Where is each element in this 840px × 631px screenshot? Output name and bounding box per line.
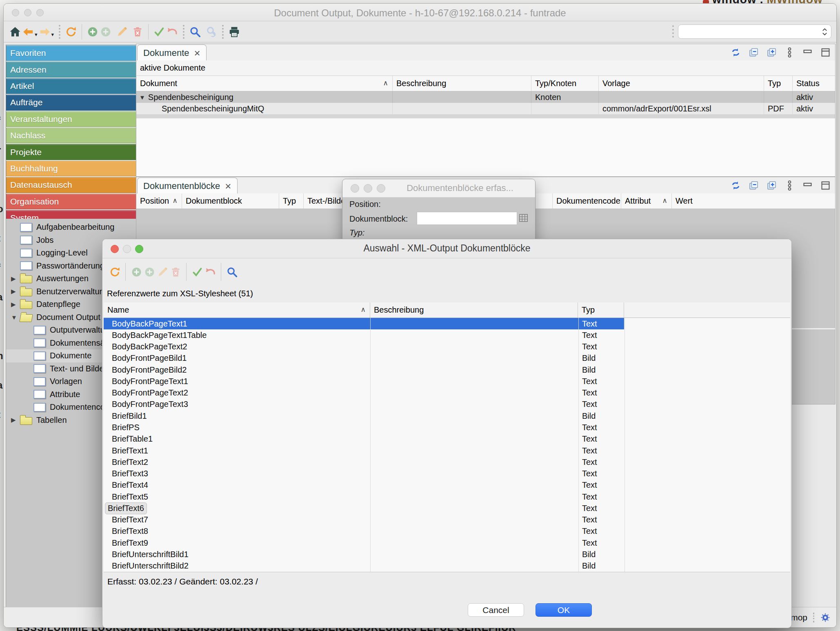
column-header-wert[interactable]: Wert — [672, 193, 835, 209]
column-header-status[interactable]: Status — [793, 76, 835, 91]
search-button[interactable] — [225, 265, 238, 278]
column-header-dokumentencode[interactable]: Dokumentencode — [553, 193, 621, 209]
tab-close-icon[interactable]: × — [194, 49, 200, 57]
list-item[interactable]: BriefText3 Text — [104, 468, 790, 479]
sidebar-category[interactable]: Veranstaltungen — [6, 111, 136, 127]
list-item[interactable]: BodyFrontPageText3 Text — [104, 399, 790, 410]
list-item[interactable]: BriefText7 Text — [104, 514, 790, 526]
delete-button[interactable] — [131, 25, 144, 38]
expand-all-icon[interactable] — [766, 47, 777, 58]
sidebar-category[interactable]: Datenaustausch — [6, 177, 136, 193]
list-item[interactable]: BriefTable1 Text — [104, 433, 790, 445]
collapse-all-icon[interactable] — [748, 180, 759, 191]
back-button[interactable] — [22, 25, 35, 38]
column-header-vorlage[interactable]: Vorlage — [599, 76, 764, 91]
table-row[interactable]: ▼Spendenbescheinigung Knoten aktiv — [136, 91, 835, 103]
tab-close-icon[interactable]: × — [225, 182, 231, 190]
list-item[interactable]: BodyFrontPageText2 Text — [104, 387, 790, 399]
list-item[interactable]: BriefText5 Text — [104, 491, 790, 502]
dokumentblock-input[interactable] — [417, 212, 517, 225]
list-item[interactable]: BriefText2 Text — [104, 456, 790, 468]
column-header-attribut[interactable]: Attribut∧ — [621, 193, 672, 209]
list-item[interactable]: BodyBackPageText1 Text — [104, 318, 790, 329]
home-button[interactable] — [9, 25, 22, 38]
minimize-panel-icon[interactable] — [802, 47, 813, 58]
list-item[interactable]: BriefText8 Text — [104, 526, 790, 537]
sidebar-category[interactable]: Projekte — [6, 144, 136, 160]
add-button[interactable] — [86, 25, 99, 38]
column-header-typ[interactable]: Typ — [764, 76, 793, 91]
column-header-position[interactable]: Position∧ — [136, 193, 182, 209]
sidebar-category[interactable]: Artikel — [6, 78, 136, 94]
sidebar-category[interactable]: Favoriten — [6, 45, 136, 61]
tab-dokumente[interactable]: Dokumente × — [137, 44, 207, 61]
zoom-window-button[interactable] — [377, 184, 385, 193]
list-item[interactable]: BodyFrontPageText1 Text — [104, 375, 790, 387]
list-item[interactable]: BodyBackPageText2 Text — [104, 341, 790, 353]
list-item[interactable]: BriefText6 Text — [104, 502, 790, 514]
tree-disclosure-triangle[interactable]: ▶ — [11, 416, 20, 424]
sidebar-category[interactable]: Nachlass — [6, 128, 136, 143]
undo-button[interactable] — [204, 265, 217, 278]
list-item[interactable]: BriefText4 Text — [104, 480, 790, 491]
undo-button[interactable] — [166, 25, 179, 38]
column-header-name[interactable]: Name∧ — [104, 302, 370, 318]
minimize-panel-icon[interactable] — [802, 180, 813, 191]
list-item[interactable]: BriefUnterschriftBild1 Bild — [104, 549, 790, 560]
maximize-panel-icon[interactable] — [820, 180, 831, 191]
refresh-button[interactable] — [108, 265, 121, 278]
add-copy-button[interactable] — [143, 265, 156, 278]
table-picker-icon[interactable] — [518, 213, 529, 223]
list-item[interactable]: BodyFrontPageBild1 Bild — [104, 353, 790, 364]
tab-dokumentenbloecke[interactable]: Dokumentenblöcke × — [137, 178, 238, 194]
sidebar-category[interactable]: Organisation — [6, 194, 136, 209]
tree-disclosure-triangle[interactable]: ▶ — [11, 275, 20, 282]
search-extended-button[interactable] — [205, 25, 218, 38]
column-header-typ[interactable]: Typ — [578, 302, 624, 318]
collapse-all-icon[interactable] — [748, 47, 759, 58]
ok-button[interactable]: OK — [536, 603, 592, 617]
sidebar-tree-item[interactable]: Aufgabenbearbeitung — [6, 221, 136, 234]
sync-icon[interactable] — [730, 47, 741, 58]
gear-icon[interactable] — [820, 612, 831, 623]
expand-all-icon[interactable] — [766, 180, 777, 191]
back-menu-caret[interactable]: ▾ — [35, 31, 38, 38]
column-header-typ[interactable]: Typ — [279, 193, 304, 209]
print-button[interactable] — [228, 25, 241, 38]
edit-button[interactable] — [116, 25, 129, 38]
list-item[interactable]: BriefText9 Text — [104, 537, 790, 549]
close-window-button[interactable] — [351, 184, 359, 193]
list-item[interactable]: BriefPS Text — [104, 422, 790, 433]
sync-icon[interactable] — [730, 180, 741, 191]
tree-disclosure-triangle[interactable]: ▼ — [11, 314, 20, 321]
confirm-button[interactable] — [153, 25, 166, 38]
row-disclosure-triangle[interactable]: ▼ — [139, 94, 145, 101]
sidebar-category[interactable]: Adressen — [6, 62, 136, 77]
minimize-window-button[interactable] — [364, 184, 372, 193]
list-item[interactable]: BodyFrontPageBild2 Bild — [104, 364, 790, 375]
table-row[interactable]: SpendenbescheinigungMitQ common/adrExpor… — [136, 103, 835, 114]
sidebar-category[interactable]: Buchhaltung — [6, 161, 136, 176]
list-item[interactable]: BodyBackPageText1Table Text — [104, 329, 790, 341]
options-dots-icon[interactable] — [784, 180, 795, 191]
column-header-dokumentblock[interactable]: Dokumentblock — [182, 193, 279, 209]
delete-button[interactable] — [169, 265, 182, 278]
list-item[interactable]: BriefUnterschriftBild2 Bild — [104, 560, 790, 572]
tree-disclosure-triangle[interactable]: ▶ — [11, 301, 20, 308]
cancel-button[interactable]: Cancel — [468, 603, 524, 617]
column-header-beschreibung[interactable]: Beschreibung — [370, 302, 578, 318]
sidebar-category[interactable]: Aufträge — [6, 95, 136, 110]
add-button[interactable] — [130, 265, 143, 278]
refresh-button[interactable] — [64, 25, 78, 38]
list-item[interactable]: BriefText1 Text — [104, 445, 790, 456]
confirm-button[interactable] — [191, 265, 204, 278]
list-item[interactable]: BriefBild1 Bild — [104, 410, 790, 422]
options-dots-icon[interactable] — [784, 47, 795, 58]
forward-button[interactable] — [38, 25, 51, 38]
add-copy-button[interactable] — [99, 25, 112, 38]
maximize-panel-icon[interactable] — [820, 47, 831, 58]
column-header-typ-knoten[interactable]: Typ/Knoten — [531, 76, 599, 91]
tree-disclosure-triangle[interactable]: ▶ — [11, 288, 20, 295]
edit-button[interactable] — [156, 265, 169, 278]
column-header-dokument[interactable]: Dokument∧ — [136, 76, 393, 91]
